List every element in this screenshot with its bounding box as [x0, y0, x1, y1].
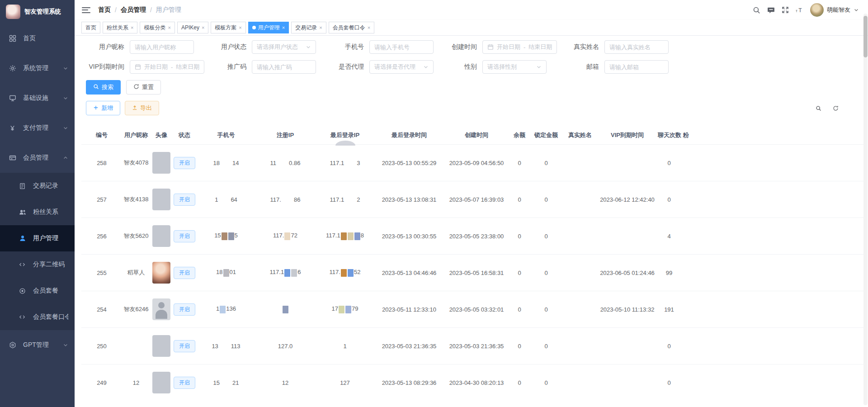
sidebar-item-基础设施[interactable]: 基础设施 [0, 83, 75, 113]
cell-balance: 0 [510, 160, 529, 166]
sidebar-item-会员套餐[interactable]: 会员套餐 [0, 278, 75, 304]
sidebar-item-粉丝关系[interactable]: 粉丝关系 [0, 199, 75, 225]
ip-fragment: 2 [357, 196, 360, 203]
sidebar-menu: 首页系统管理基础设施支付管理会员管理交易记录粉丝关系用户管理分享二维码会员套餐会… [0, 24, 75, 360]
ip-fragment: 113 [231, 343, 241, 350]
filter-daterange-VIP到期时间[interactable]: 开始日期-结束日期 [130, 60, 204, 74]
sidebar-item-会员管理[interactable]: 会员管理 [0, 143, 75, 173]
chevron-down-icon [854, 7, 859, 13]
close-icon[interactable]: × [282, 25, 285, 30]
export-button[interactable]: 导出 [125, 101, 159, 115]
cell-locked-amount: 0 [529, 160, 563, 166]
breadcrumb-separator: / [115, 6, 117, 14]
user-menu[interactable]: 萌能智友 [810, 3, 859, 17]
tab-会员套餐口令[interactable]: 会员套餐口令× [329, 22, 374, 33]
cell-last-login-time: 2023-05-13 13:08:31 [375, 196, 443, 203]
status-badge: 开启 [174, 377, 195, 389]
column-header-状态: 状态 [173, 131, 196, 139]
reset-button[interactable]: 重置 [126, 80, 161, 95]
filter-select-是否代理[interactable]: 请选择是否代理 [369, 60, 434, 74]
breadcrumb-member[interactable]: 会员管理 [121, 6, 146, 14]
table-row: 24912开启1521121272023-05-13 08:29:362023-… [81, 364, 863, 401]
add-button[interactable]: 新增 [86, 101, 120, 115]
search-button-label: 搜索 [102, 83, 113, 91]
sidebar-item-会员套餐口令[interactable]: 会员套餐口令 [0, 304, 75, 330]
cell-avatar [150, 372, 173, 393]
chevron-down-icon [63, 342, 68, 348]
message-icon[interactable] [767, 6, 775, 14]
filter-field-真实姓名: 真实姓名 [556, 39, 705, 55]
filter-input-用户昵称[interactable] [130, 40, 194, 54]
close-icon[interactable]: × [168, 25, 170, 30]
font-size-icon[interactable]: тT [796, 7, 803, 14]
fullscreen-icon[interactable] [782, 6, 789, 14]
sidebar-item-分享二维码[interactable]: 分享二维码 [0, 251, 75, 278]
tab-粉丝关系[interactable]: 粉丝关系× [103, 22, 137, 33]
cell-phone: 164 [196, 196, 256, 203]
cell-last-login-ip: 1779 [315, 305, 375, 313]
filter-input-推广码[interactable] [252, 60, 316, 74]
sidebar-item-label: 用户管理 [33, 234, 68, 242]
user-avatar[interactable] [810, 3, 824, 17]
filter-input-邮箱[interactable] [604, 60, 669, 74]
cell-chat-count: 4 [658, 233, 680, 240]
chevron-down-icon [306, 44, 311, 50]
table-search-icon[interactable] [813, 103, 824, 114]
sidebar-item-GPT管理[interactable]: GPT管理 [0, 330, 75, 360]
export-button-label: 导出 [140, 104, 152, 112]
tab-APIKey[interactable]: APIKey× [177, 22, 208, 33]
search-icon[interactable] [753, 6, 760, 14]
filter-input-手机号[interactable] [369, 40, 434, 54]
filter-label: 手机号 [321, 43, 364, 51]
sidebar-item-交易记录[interactable]: 交易记录 [0, 173, 75, 199]
breadcrumb-home[interactable]: 首页 [98, 6, 111, 14]
ip-fragment: 13 [212, 343, 218, 350]
ip-fragment: 0.86 [289, 160, 300, 166]
tab-模板方案[interactable]: 模板方案× [211, 22, 245, 33]
search-button[interactable]: 搜索 [86, 80, 121, 95]
close-icon[interactable]: × [239, 25, 241, 30]
tab-首页[interactable]: 首页 [81, 22, 100, 33]
tab-用户管理[interactable]: 用户管理× [248, 22, 289, 33]
ip-fragment: 8 [361, 232, 364, 239]
filter-select-用户状态[interactable]: 请选择用户状态 [252, 40, 316, 54]
cell-created-time: 2023-05-05 23:38:00 [443, 233, 510, 240]
avatar [152, 262, 170, 284]
table-refresh-icon[interactable] [830, 103, 841, 114]
sidebar-item-支付管理[interactable]: 支付管理 [0, 113, 75, 143]
filter-daterange-创建时间[interactable]: 开始日期-结束日期 [482, 40, 557, 54]
cell-status: 开启 [173, 194, 196, 206]
redaction-artifact [335, 141, 355, 146]
cell-status: 开启 [173, 377, 196, 389]
close-icon[interactable]: × [131, 25, 133, 30]
membercard-icon [9, 154, 17, 161]
close-icon[interactable]: × [319, 25, 322, 30]
tab-交易记录[interactable]: 交易记录× [291, 22, 326, 33]
page-scrollbar[interactable] [863, 14, 868, 405]
sidebar-item-首页[interactable]: 首页 [0, 24, 75, 53]
cell-nickname: 智友5620 [122, 232, 150, 240]
cell-avatar [150, 298, 173, 320]
tab-模板分类[interactable]: 模板分类× [140, 22, 175, 33]
scrollbar-thumb[interactable] [863, 16, 868, 57]
sidebar-item-用户管理[interactable]: 用户管理 [0, 225, 75, 251]
table-body: 258智友4078开启1814110.86117.132023-05-13 00… [81, 144, 863, 401]
filter-input-真实姓名[interactable] [604, 40, 669, 54]
cell-id: 254 [81, 306, 122, 313]
cell-vip-expire: 2023-05-10 11:13:32 [597, 306, 658, 313]
hamburger-icon[interactable] [82, 7, 90, 13]
avatar [152, 298, 170, 320]
close-icon[interactable]: × [202, 25, 204, 30]
cell-phone: 155 [196, 232, 256, 240]
gpt-icon [9, 341, 17, 349]
close-icon[interactable]: × [368, 25, 370, 30]
filter-field-VIP到期时间: VIP到期时间开始日期-结束日期 [81, 59, 203, 75]
sidebar-item-系统管理[interactable]: 系统管理 [0, 53, 75, 83]
cell-chat-count: 99 [658, 270, 680, 276]
column-header-锁定金额: 锁定金额 [529, 131, 563, 139]
cell-status: 开启 [173, 230, 196, 242]
ip-fragment: 117.1 [326, 232, 340, 239]
cell-chat-count: 0 [658, 343, 680, 350]
table-row: 258智友4078开启1814110.86117.132023-05-13 00… [81, 144, 863, 181]
filter-select-性别[interactable]: 请选择性别 [482, 60, 547, 74]
